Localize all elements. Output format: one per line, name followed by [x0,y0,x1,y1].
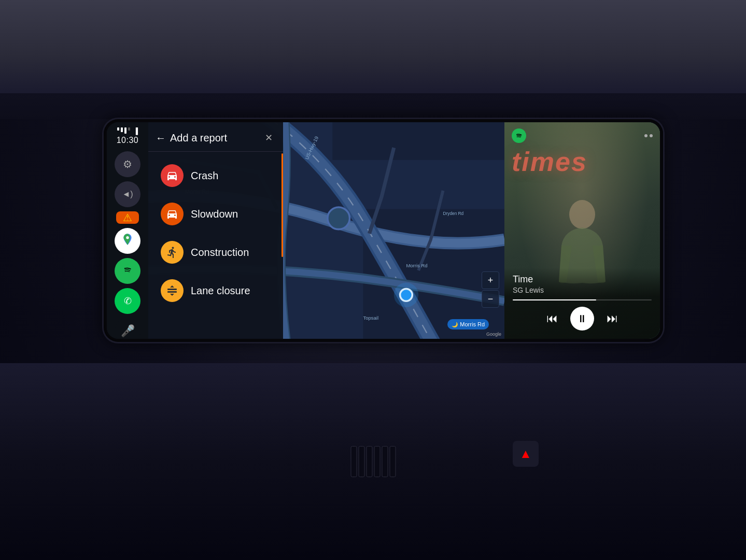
svg-text:Morris Rd: Morris Rd [406,263,427,268]
play-pause-button[interactable]: ⏸ [570,307,594,331]
music-panel-header [504,122,660,149]
svg-rect-15 [167,289,177,290]
construction-icon [161,241,184,264]
report-back-button[interactable]: ← [156,132,166,144]
construction-label: Construction [191,247,249,259]
svg-point-0 [126,236,129,239]
lane-closure-label: Lane closure [191,285,250,297]
google-watermark: Google [486,332,501,337]
report-item-slowdown[interactable]: Slowdown [152,195,279,233]
head-unit-screen: ▐ 10:30 ⚙ ◄) ⚠ [107,122,660,339]
sidebar-spotify-button[interactable] [115,258,140,284]
report-close-button[interactable]: ✕ [261,131,276,145]
music-panel: times Time SG Lewis ⏮ ⏸ ⏭ [504,122,660,339]
crash-icon [161,164,184,187]
settings-icon: ⚙ [123,158,132,170]
music-dot-1 [644,134,648,137]
head-unit-bezel: ▐ 10:30 ⚙ ◄) ⚠ [104,119,663,342]
next-track-button[interactable]: ⏭ [607,312,618,325]
crash-label: Crash [191,170,218,182]
volume-icon: ◄) [122,190,133,199]
sidebar-settings-button[interactable]: ⚙ [115,151,140,177]
playback-controls: ⏮ ⏸ ⏭ [513,307,652,331]
vent-slot-4 [374,446,380,477]
signal-icons: ▐ [117,127,138,135]
music-panel-dots [644,134,653,137]
sidebar-warning-icon: ⚠ [116,211,139,224]
svg-rect-4 [332,122,504,160]
zoom-in-button[interactable]: + [482,271,499,289]
sidebar-phone-button[interactable]: ✆ [115,288,140,314]
previous-track-button[interactable]: ⏮ [546,312,558,325]
sidebar-volume-button[interactable]: ◄) [115,181,140,207]
slowdown-icon [161,203,184,225]
vent-slot-2 [358,446,364,477]
dashboard-bottom: ▲ [0,363,746,560]
svg-point-14 [394,283,418,307]
slowdown-label: Slowdown [191,208,238,220]
sidebar-mic-button[interactable]: 🎤 [115,318,140,339]
center-vent-area [350,446,396,477]
scroll-indicator [281,153,283,257]
spotify-logo [512,128,526,143]
report-dialog: ← Add a report ✕ Crash [148,122,283,339]
hazard-triangle-icon: ▲ [519,447,532,461]
vent-slot-5 [382,446,388,477]
lane-closure-icon [161,279,184,302]
signal-bar-4 [128,127,130,131]
phone-icon: ✆ [124,295,132,307]
svg-point-17 [569,200,595,229]
vent-slot-3 [366,446,372,477]
vent-slot-6 [389,446,396,477]
song-title: Time [513,274,652,285]
ceiling-bg [0,0,746,93]
ceiling-area [0,0,746,119]
report-dialog-title: Add a report [170,132,261,144]
zoom-out-button[interactable]: − [482,290,499,308]
music-dot-2 [650,134,653,137]
album-title: times [512,148,653,175]
battery-icon: ▐ [134,127,138,135]
signal-bar-2 [121,127,123,132]
moon-icon: 🌙 [452,322,458,327]
report-item-list: Crash Slowdown [148,152,283,339]
report-item-lane-closure[interactable]: Lane closure [152,272,279,309]
location-name: Morris Rd [460,321,485,327]
svg-text:Dryden Rd: Dryden Rd [443,211,464,216]
sidebar-google-maps-button[interactable] [115,228,140,254]
report-dialog-header: ← Add a report ✕ [148,122,283,152]
hazard-button[interactable]: ▲ [513,441,539,467]
progress-bar-fill [513,299,596,300]
map-location-label: 🌙 Morris Rd [447,319,489,329]
signal-bar-3 [124,127,126,134]
sidebar: ▐ 10:30 ⚙ ◄) ⚠ [107,122,148,339]
album-title-overlay: times [512,148,653,175]
song-artist: SG Lewis [513,286,652,294]
signal-bar-1 [117,127,119,131]
car-interior: ▐ 10:30 ⚙ ◄) ⚠ [0,0,746,560]
microphone-icon: 🎤 [121,324,135,338]
progress-bar-container[interactable] [513,299,652,300]
map-zoom-controls: + − [482,271,499,308]
svg-point-12 [328,207,350,229]
status-bar: ▐ 10:30 [117,127,139,145]
svg-text:Topsail: Topsail [363,315,378,321]
report-item-crash[interactable]: Crash [152,157,279,194]
report-item-construction[interactable]: Construction [152,234,279,271]
spotify-icon [122,264,133,278]
vent-slot-1 [350,446,357,477]
warning-triangle-icon: ⚠ [123,211,132,224]
svg-rect-16 [167,291,177,293]
music-info-section: Time SG Lewis ⏮ ⏸ ⏭ [504,268,660,339]
google-maps-icon [121,233,134,249]
map-area[interactable]: Morris Rd US-Hwy-19 Morris Rd Dryden Rd … [148,122,504,339]
clock: 10:30 [117,136,139,145]
